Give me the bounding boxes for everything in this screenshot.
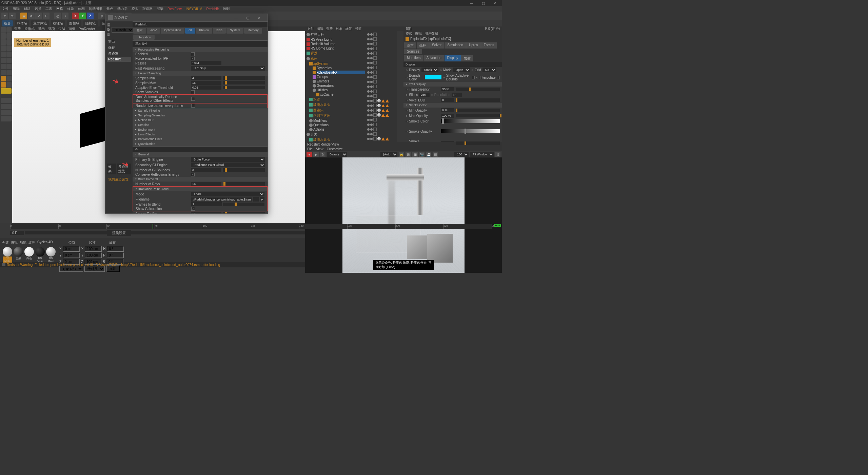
scene-vis-row[interactable]	[367, 122, 396, 127]
menu-item[interactable]: 跟踪器	[142, 6, 153, 11]
scene-vis-row[interactable]	[367, 70, 396, 75]
tag-icon[interactable]	[386, 99, 389, 102]
z-axis-toggle[interactable]: Z	[87, 13, 94, 19]
sidebar-item-save[interactable]: 保存	[107, 44, 131, 51]
section-header[interactable]: Brute Force GI	[133, 177, 268, 182]
vis-enable-check[interactable]	[373, 128, 377, 131]
vis-dot-render[interactable]	[370, 90, 373, 93]
viewport-menu-item[interactable]: ProRender	[79, 27, 95, 31]
scene-vis-row[interactable]	[367, 94, 396, 98]
menu-item[interactable]: 模拟	[132, 6, 138, 11]
arrow-button[interactable]: ▸	[260, 197, 264, 202]
vis-dot-render[interactable]	[370, 43, 373, 45]
vis-dot-render[interactable]	[370, 62, 373, 64]
minimize-button[interactable]: —	[466, 0, 477, 6]
scene-object-name[interactable]: Generators	[317, 84, 365, 88]
texture-mode-icon[interactable]	[1, 33, 6, 39]
transparency-slider[interactable]	[456, 88, 500, 91]
scene-vis-row[interactable]	[367, 98, 396, 103]
material-swatch[interactable]	[14, 247, 23, 256]
scene-tree-row[interactable]: xpExplosiaFX	[306, 70, 366, 75]
menu-item[interactable]: 编辑	[13, 6, 20, 11]
vis-dot-render[interactable]	[370, 124, 373, 126]
rv-render-button[interactable]: ●	[307, 152, 312, 157]
scene-object-name[interactable]: Dynamics	[317, 66, 365, 70]
slider[interactable]	[223, 182, 265, 186]
menu-item[interactable]: 运动图形	[89, 6, 102, 11]
polygon-mode-icon[interactable]	[1, 45, 6, 51]
max-opacity-input[interactable]	[441, 114, 454, 118]
material-swatch[interactable]	[3, 247, 12, 256]
object-tree[interactable]: 灯光目标RS Area LightRedshift VolumeRS Dome …	[305, 31, 366, 147]
attr-tab-modifiers[interactable]: Modifiers	[404, 55, 423, 61]
sub-item[interactable]: 组合	[2, 20, 13, 26]
material-tag[interactable]	[377, 137, 381, 140]
vis-enable-check[interactable]	[373, 85, 377, 88]
rv-zoom-dropdown[interactable]: 100 %	[454, 152, 469, 157]
section-header[interactable]: General	[133, 152, 268, 157]
tag-icon[interactable]	[381, 114, 385, 117]
viewport-menu-item[interactable]: 显示	[38, 26, 45, 31]
rv-menu-view[interactable]: View	[316, 147, 323, 151]
object-visibility-column[interactable]	[366, 31, 397, 147]
scene-object-name[interactable]: Actions	[313, 128, 365, 131]
vis-dot-render[interactable]	[370, 100, 373, 102]
tab-gi[interactable]: GI	[185, 28, 195, 34]
vis-dot-editor[interactable]	[367, 57, 370, 59]
object-mode-icon[interactable]	[1, 27, 6, 33]
scene-object-name[interactable]: Modifiers	[313, 119, 365, 122]
number-input[interactable]	[191, 76, 221, 80]
dialog-close-button[interactable]: ✕	[253, 15, 265, 20]
vis-dot-render[interactable]	[370, 38, 373, 40]
rv-menu-customize[interactable]: Customize	[327, 147, 343, 151]
viewport-menu-item[interactable]: 查看	[14, 26, 21, 31]
attr-tab-forces[interactable]: Forces	[481, 42, 497, 49]
redo-button[interactable]: ↷	[9, 13, 16, 19]
scene-vis-row[interactable]	[367, 65, 396, 70]
scene-vis-row[interactable]	[367, 32, 396, 37]
section-header[interactable]: Lens Effects	[133, 132, 268, 137]
scene-vis-row[interactable]	[367, 84, 396, 89]
vis-enable-check[interactable]	[373, 113, 377, 117]
vis-dot-render[interactable]	[370, 104, 373, 107]
scene-vis-row[interactable]	[367, 79, 396, 84]
vis-enable-check[interactable]	[373, 56, 377, 60]
layout-button[interactable]	[1, 98, 12, 103]
rv-grid-button[interactable]: ⊞	[406, 152, 411, 157]
attr-tab-emit[interactable]: 发射	[461, 55, 473, 61]
tool-icon[interactable]	[6, 52, 12, 57]
scene-tree-row[interactable]: Redshift Volume	[306, 42, 366, 46]
number-input[interactable]	[191, 168, 221, 172]
vis-enable-check[interactable]	[373, 94, 377, 98]
menu-item[interactable]: 渲染	[157, 6, 163, 11]
scene-object-name[interactable]: xpCache	[320, 93, 365, 96]
attr-tab-upres[interactable]: Upres	[466, 42, 481, 49]
number-input[interactable]	[191, 81, 221, 85]
tag-icon[interactable]	[386, 109, 389, 112]
attr-tab-coord[interactable]: 坐标	[417, 42, 429, 49]
smoke-opacity-gradient[interactable]	[441, 129, 500, 133]
vis-dot-editor[interactable]	[367, 109, 370, 112]
vis-dot-editor[interactable]	[367, 95, 370, 97]
rot-input[interactable]	[107, 246, 124, 252]
om-menu-item[interactable]: 书签	[355, 26, 361, 31]
rv-menu-file[interactable]: File	[307, 147, 313, 151]
menu-item[interactable]: 选择	[35, 6, 41, 11]
scene-object-name[interactable]: 总体	[311, 56, 365, 61]
scene-tree-row[interactable]: Questions	[306, 123, 366, 127]
interpolate-check[interactable]	[497, 76, 500, 79]
layout-button[interactable]	[1, 110, 12, 115]
om-menu-item[interactable]: 标签	[345, 26, 352, 31]
tag-icon[interactable]	[386, 114, 389, 117]
section-header[interactable]: Irradiance Point Cloud	[133, 187, 267, 191]
attr-menu-item[interactable]: 用户数据	[425, 31, 438, 36]
scene-vis-row[interactable]	[367, 60, 396, 65]
scene-tree-row[interactable]: 总体	[306, 56, 366, 61]
layout-button[interactable]	[1, 104, 12, 109]
vis-enable-check[interactable]	[373, 118, 377, 121]
multipass-button[interactable]: 多通道渲染	[117, 164, 131, 174]
checkbox[interactable]	[191, 173, 195, 176]
tool-icon[interactable]	[1, 64, 6, 69]
vis-enable-check[interactable]	[373, 37, 377, 41]
scene-vis-row[interactable]	[367, 117, 396, 122]
